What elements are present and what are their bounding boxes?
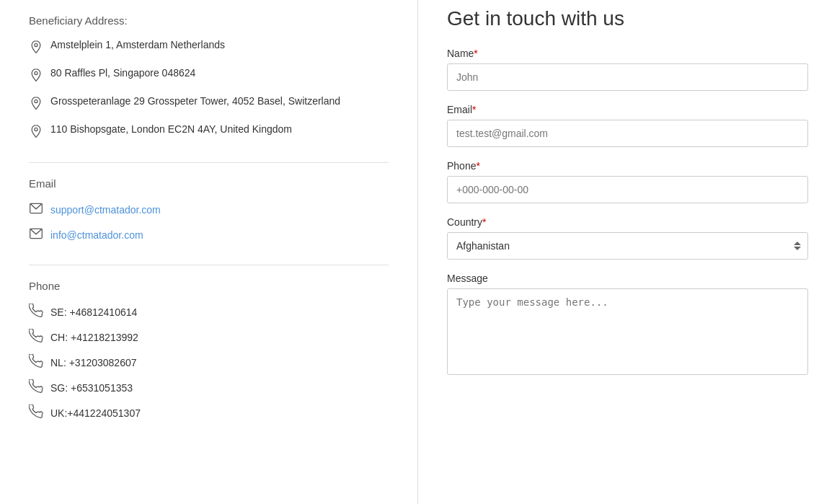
phone-icon-2 bbox=[29, 329, 43, 345]
country-group: Country* Afghanistan Albania Algeria And… bbox=[447, 216, 808, 260]
email-link-2[interactable]: info@ctmatador.com bbox=[50, 229, 143, 241]
svg-point-1 bbox=[35, 71, 37, 74]
phone-group: Phone* bbox=[447, 160, 808, 203]
phone-text-2: CH: +41218213992 bbox=[50, 332, 138, 343]
email-section-label: Email bbox=[29, 177, 389, 190]
address-text-2: 80 Raffles Pl, Singapore 048624 bbox=[50, 66, 195, 81]
phone-item-3: NL: +31203082607 bbox=[29, 354, 389, 371]
left-panel: Beneficiary Address: Amstelplein 1, Amst… bbox=[0, 0, 418, 504]
phone-text-5: UK:+441224051307 bbox=[50, 407, 141, 419]
phone-section-label: Phone bbox=[29, 280, 389, 292]
address-item-4: 110 Bishopsgate, London EC2N 4AY, United… bbox=[29, 123, 389, 141]
location-icon-3 bbox=[29, 96, 43, 112]
form-title: Get in touch with us bbox=[447, 7, 808, 30]
svg-point-3 bbox=[35, 128, 37, 131]
email-section: Email support@ctmatador.com i bbox=[29, 177, 389, 243]
envelope-icon-1 bbox=[29, 201, 43, 218]
phone-text-3: NL: +31203082607 bbox=[50, 357, 137, 368]
phone-section: Phone SE: +46812410614 CH: +41218213992 bbox=[29, 280, 389, 421]
email-label: Email* bbox=[447, 104, 808, 115]
address-text-1: Amstelplein 1, Amsterdam Netherlands bbox=[50, 38, 225, 53]
country-label: Country* bbox=[447, 216, 808, 228]
phone-item-4: SG: +6531051353 bbox=[29, 379, 389, 396]
phone-icon-3 bbox=[29, 354, 43, 371]
address-text-4: 110 Bishopsgate, London EC2N 4AY, United… bbox=[50, 123, 292, 137]
svg-point-2 bbox=[35, 100, 37, 102]
country-select-wrapper: Afghanistan Albania Algeria Andorra Ango… bbox=[447, 232, 808, 260]
email-input[interactable] bbox=[447, 120, 808, 147]
divider-2 bbox=[29, 265, 389, 265]
envelope-icon-2 bbox=[29, 226, 43, 243]
location-icon-2 bbox=[29, 68, 43, 84]
address-text-3: Grosspeteranlage 29 Grosspeter Tower, 40… bbox=[50, 94, 340, 109]
phone-icon-4 bbox=[29, 379, 43, 396]
phone-item-1: SE: +46812410614 bbox=[29, 304, 389, 320]
phone-label: Phone* bbox=[447, 160, 808, 172]
name-group: Name* bbox=[447, 48, 808, 91]
location-icon-4 bbox=[29, 124, 43, 141]
address-item-3: Grosspeteranlage 29 Grosspeter Tower, 40… bbox=[29, 94, 389, 112]
location-icon-1 bbox=[29, 40, 43, 56]
phone-icon-5 bbox=[29, 404, 43, 421]
name-input[interactable] bbox=[447, 63, 808, 91]
phone-text-1: SE: +46812410614 bbox=[50, 306, 137, 318]
message-label: Message bbox=[447, 273, 808, 284]
address-item-2: 80 Raffles Pl, Singapore 048624 bbox=[29, 66, 389, 84]
email-link-1[interactable]: support@ctmatador.com bbox=[50, 204, 161, 216]
phone-input[interactable] bbox=[447, 176, 808, 203]
name-label: Name* bbox=[447, 48, 808, 59]
email-item-2: info@ctmatador.com bbox=[29, 226, 389, 243]
email-group: Email* bbox=[447, 104, 808, 147]
address-section: Beneficiary Address: Amstelplein 1, Amst… bbox=[29, 14, 389, 141]
email-item-1: support@ctmatador.com bbox=[29, 201, 389, 218]
right-panel: Get in touch with us Name* Email* Phone* bbox=[418, 0, 837, 504]
message-textarea[interactable] bbox=[447, 288, 808, 375]
country-select[interactable]: Afghanistan Albania Algeria Andorra Ango… bbox=[447, 232, 808, 260]
phone-text-4: SG: +6531051353 bbox=[50, 382, 133, 394]
phone-icon-1 bbox=[29, 304, 43, 320]
message-group: Message bbox=[447, 273, 808, 377]
phone-item-2: CH: +41218213992 bbox=[29, 329, 389, 345]
svg-point-0 bbox=[35, 43, 37, 46]
address-item-1: Amstelplein 1, Amsterdam Netherlands bbox=[29, 38, 389, 56]
beneficiary-label: Beneficiary Address: bbox=[29, 14, 389, 27]
phone-item-5: UK:+441224051307 bbox=[29, 404, 389, 421]
divider-1 bbox=[29, 162, 389, 163]
